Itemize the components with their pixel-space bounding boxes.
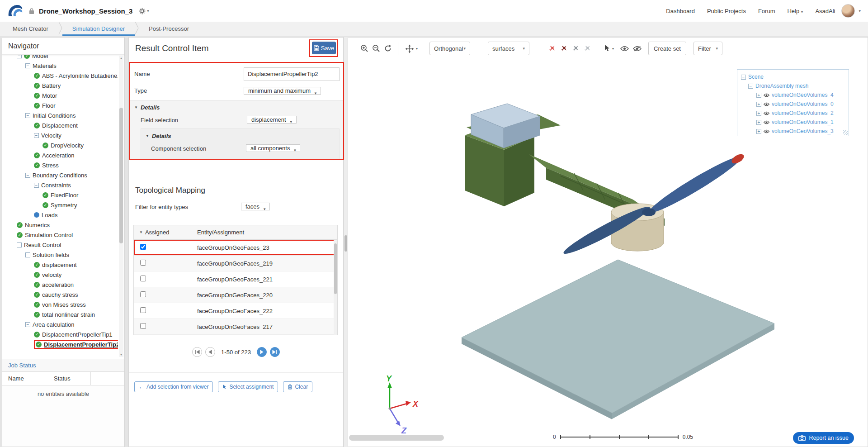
project-settings-button[interactable]: ▾ [139, 8, 149, 14]
refresh-icon[interactable] [384, 44, 392, 52]
assignment-checkbox[interactable] [140, 260, 146, 266]
zoom-out-icon[interactable] [372, 44, 380, 52]
tree-item-loads[interactable]: Loads [2, 210, 118, 220]
collapse-icon[interactable]: − [34, 183, 39, 188]
scroll-up-icon[interactable]: ▲ [119, 57, 123, 60]
visibility-eye-icon[interactable] [764, 93, 769, 97]
tree-item-cauchy-stress[interactable]: ✓cauchy stress [2, 290, 118, 300]
assignment-row[interactable]: faceGroupOnGeoFaces_23 [134, 240, 337, 256]
tree-item-numerics[interactable]: ✓Numerics [2, 220, 118, 230]
assignment-row[interactable]: faceGroupOnGeoFaces_219 [134, 256, 337, 271]
collapse-icon[interactable]: − [34, 133, 39, 138]
tree-item-solution-fields[interactable]: −Solution fields [2, 250, 118, 260]
type-select[interactable]: minimum and maximum [244, 87, 321, 95]
tree-item-abs-acrylonitrile-butadiene[interactable]: ✓ABS - Acrylonitrile Butadiene... [2, 71, 118, 81]
tree-item-simulation-control[interactable]: ✓Simulation Control [2, 230, 118, 240]
visibility-eye-icon[interactable] [764, 129, 769, 133]
collapse-icon[interactable]: − [748, 84, 753, 89]
panel-scrollbar[interactable] [344, 37, 348, 447]
tree-item-acceleration[interactable]: ✓Acceleration [2, 150, 118, 160]
show-hidden-eye-icon[interactable] [620, 46, 629, 52]
assignment-checkbox[interactable] [140, 244, 146, 250]
details-header[interactable]: ▼ Details [134, 102, 340, 112]
chevron-down-icon[interactable]: ▾ [612, 47, 614, 51]
assignment-row[interactable]: faceGroupOnGeoFaces_222 [134, 303, 337, 319]
assignment-checkbox[interactable] [140, 323, 146, 329]
add-selection-button[interactable]: ← Add selection from viewer [134, 381, 213, 392]
expand-icon[interactable]: + [756, 102, 761, 107]
tree-item-initial-conditions[interactable]: −Initial Conditions [2, 110, 118, 120]
expand-icon[interactable]: + [756, 129, 761, 134]
collapse-icon[interactable]: − [25, 63, 30, 68]
expand-icon[interactable]: + [756, 111, 761, 116]
tree-item-von-mises-stress[interactable]: ✓von Mises stress [2, 300, 118, 309]
collapse-icon[interactable]: − [17, 55, 22, 58]
tab-simulation-designer[interactable]: Simulation Designer [62, 22, 135, 36]
last-page-button[interactable] [270, 347, 280, 357]
expand-icon[interactable]: + [756, 120, 761, 125]
mesh-row[interactable]: − DroneAssembly mesh [737, 81, 849, 90]
assigned-column-header[interactable]: ▼ Assigned [134, 229, 188, 236]
assignment-checkbox[interactable] [140, 307, 146, 313]
scrollbar-thumb[interactable] [119, 108, 123, 243]
previous-page-button[interactable] [205, 347, 215, 357]
expand-icon[interactable]: + [756, 93, 761, 98]
next-page-button[interactable] [257, 347, 267, 357]
tree-item-battery[interactable]: ✓Battery [2, 81, 118, 90]
entity-filter-select[interactable]: faces [241, 203, 270, 210]
tree-item-velocity[interactable]: ✓velocity [2, 270, 118, 280]
tree-item-boundary-conditions[interactable]: −Boundary Conditions [2, 170, 118, 180]
scene-root-row[interactable]: − Scene [737, 72, 849, 81]
tree-item-stress[interactable]: ✓Stress [2, 160, 118, 170]
tree-item-total-nonlinear-strain[interactable]: ✓total nonlinear strain [2, 309, 118, 319]
orientation-jet-maroon-icon[interactable] [560, 44, 568, 52]
resize-handle-icon[interactable] [843, 130, 848, 135]
clear-button[interactable]: Clear [283, 381, 312, 392]
nav-public-projects[interactable]: Public Projects [707, 8, 746, 14]
report-issue-button[interactable]: Report an issue [793, 432, 854, 444]
app-logo-icon[interactable] [7, 4, 24, 18]
collapse-icon[interactable]: − [25, 173, 30, 178]
tree-item-displacementpropellertip1[interactable]: ✓DisplacementPropellerTip1 [2, 329, 118, 339]
assignment-row[interactable]: faceGroupOnGeoFaces_217 [134, 319, 337, 335]
tree-item-model[interactable]: −✓Model [2, 55, 118, 61]
orientation-jet-light-icon[interactable] [584, 44, 591, 52]
assignment-row[interactable]: faceGroupOnGeoFaces_220 [134, 287, 337, 303]
avatar[interactable] [841, 4, 855, 18]
select-assignment-button[interactable]: Select assignment [218, 381, 278, 392]
nested-details-header[interactable]: ▼ Details [146, 131, 336, 141]
save-button[interactable]: Save [312, 42, 336, 54]
render-mode-select[interactable]: surfaces▾ [488, 42, 529, 55]
scene-volume-row[interactable]: +volumeOnGeoVolumes_0 [737, 100, 849, 109]
collapse-icon[interactable]: − [25, 113, 30, 118]
tree-item-dropvelocity[interactable]: ✓DropVelocity [2, 140, 118, 150]
tree-item-displacement[interactable]: ✓Displacement [2, 120, 118, 130]
tree-item-displacement[interactable]: ✓displacement [2, 260, 118, 270]
nav-help[interactable]: Help ▾ [787, 8, 803, 14]
orientation-jet-gray-icon[interactable] [572, 44, 580, 52]
scrollbar-thumb[interactable] [344, 235, 347, 252]
scene-volume-row[interactable]: +volumeOnGeoVolumes_1 [737, 118, 849, 127]
projection-select[interactable]: Orthogonal▾ [429, 42, 470, 55]
nav-dashboard[interactable]: Dashboard [666, 8, 695, 14]
collapse-icon[interactable]: − [25, 322, 30, 327]
pan-icon[interactable] [405, 44, 414, 53]
tree-item-constraints[interactable]: −Constraints [2, 180, 118, 190]
assignment-row[interactable]: faceGroupOnGeoFaces_221 [134, 271, 337, 287]
assignment-checkbox[interactable] [140, 276, 146, 281]
filter-select[interactable]: Filter▾ [693, 42, 722, 55]
field-selection-select[interactable]: displacement [247, 116, 297, 124]
user-name[interactable]: AsadAli [815, 8, 835, 14]
navigator-scrollbar[interactable]: ▲ ▼ [119, 56, 123, 357]
name-input[interactable] [244, 67, 340, 81]
collapse-icon[interactable]: − [25, 252, 30, 257]
collapse-icon[interactable]: − [17, 243, 22, 247]
tab-post-processor[interactable]: Post-Processor [139, 22, 199, 36]
tab-mesh-creator[interactable]: Mesh Creator [3, 22, 58, 36]
tree-item-acceleration[interactable]: ✓acceleration [2, 280, 118, 290]
tree-item-symmetry[interactable]: ✓Symmetry [2, 200, 118, 210]
create-set-button[interactable]: Create set [648, 42, 686, 55]
chevron-down-icon[interactable]: ▾ [859, 9, 861, 13]
scene-volume-row[interactable]: +volumeOnGeoVolumes_4 [737, 90, 849, 100]
tree-item-materials[interactable]: −Materials [2, 61, 118, 71]
